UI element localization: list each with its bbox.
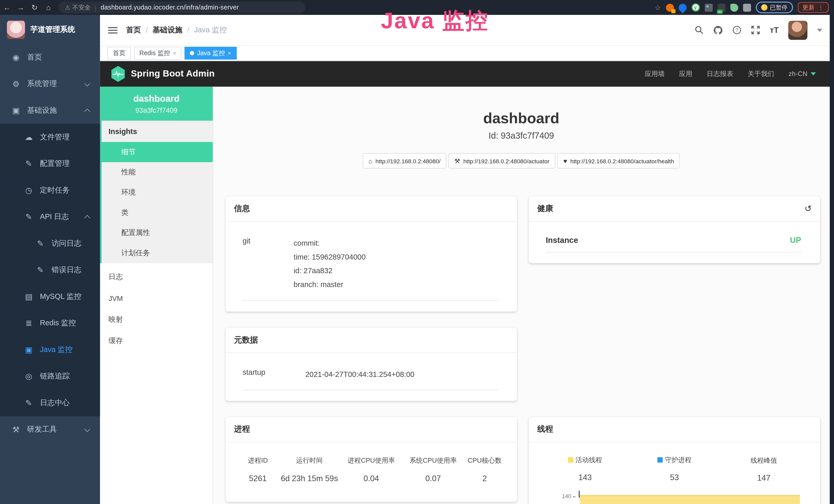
breadcrumb-separator: / [146,26,148,34]
sidebar-item-infrastructure[interactable]: ▣ 基础设施 [0,97,100,124]
sba-item-details[interactable]: 细节 [100,142,213,162]
breadcrumb-separator: / [187,26,189,34]
sba-item-metrics[interactable]: 性能 [102,162,213,183]
legend-label: 活动线程 [576,456,602,465]
sba-logo-icon[interactable] [111,66,126,82]
sidebar-item-mysql-monitor[interactable]: ▤ MySQL 监控 [0,283,100,310]
user-menu-caret-icon[interactable] [817,28,822,31]
sba-item-jvm[interactable]: JVM [100,288,213,309]
sidebar-item-dev-tools[interactable]: ⚒ 研发工具 [0,416,100,443]
app-logo [7,21,25,39]
browser-forward-icon[interactable]: → [14,3,28,12]
fullscreen-icon[interactable] [751,25,760,35]
col-header: 进程CPU使用率 [340,457,402,465]
sba-item-scheduled-tasks[interactable]: 计划任务 [102,243,213,263]
extension-y-icon[interactable]: y [691,3,700,12]
process-col-sys-cpu: 系统CPU使用率 0.07 [402,457,464,483]
metadata-value: 2021-04-27T00:44:31.254+08:00 [305,368,498,382]
sba-main-content: dashboard Id: 93a3fc7f7409 ⌂ http://192.… [213,87,830,504]
bookmark-star-icon[interactable]: ☆ [655,3,661,11]
search-icon[interactable] [695,25,704,35]
sba-nav-applications[interactable]: 应用 [679,69,693,78]
github-icon[interactable] [714,25,723,35]
info-card-title: 信息 [234,204,250,214]
chrome-update-button[interactable]: 更新 ⋮ [797,2,829,13]
chrome-menu-dots-icon[interactable]: ⋮ [818,4,824,11]
page-scrollbar[interactable] [830,15,834,504]
edit-icon: ✎ [35,265,46,275]
close-tab-icon[interactable]: × [228,50,231,56]
sidebar-item-api-logs[interactable]: ✎ API 日志 [0,204,100,230]
tab-java-monitor[interactable]: Java 监控 × [185,47,237,60]
tab-redis-monitor[interactable]: Redis 监控 × [134,47,182,60]
paused-label: 已暂停 [770,3,787,11]
col-header: 运行时间 [279,457,340,465]
legend-daemon-threads[interactable]: 守护进程 53 [630,456,719,483]
health-card-header: 健康 ↺ [529,196,820,222]
sba-locale-select[interactable]: zh-CN [789,70,816,77]
metadata-card: 元数据 startup 2021-04-27T00:44:31.254+08:0… [225,327,517,401]
sba-nav-wallboard[interactable]: 应用墙 [645,69,665,78]
health-card-title: 健康 [537,204,553,214]
extension-switch-icon[interactable]: on [717,3,725,11]
edit-icon: ✎ [23,159,34,168]
sidebar-item-config-mgmt[interactable]: ✎ 配置管理 [0,151,100,177]
sidebar-item-scheduled-jobs[interactable]: ◷ 定时任务 [0,177,100,204]
sidebar-item-tracing[interactable]: ◎ 链路追踪 [0,363,100,390]
sidebar-item-error-logs[interactable]: ✎ 错误日志 [0,257,100,283]
sba-item-config-props[interactable]: 配置属性 [102,223,213,243]
sba-nav-journal[interactable]: 日志报表 [707,69,733,78]
sba-item-classes[interactable]: 类 [102,203,213,223]
app-logo-row[interactable]: 芋道管理系统 [0,15,100,44]
extensions-puzzle-icon[interactable] [743,3,751,11]
locale-label: zh-CN [789,70,807,77]
threads-card-title: 线程 [537,425,553,434]
chevron-down-icon [84,426,90,432]
sba-brand-title[interactable]: Spring Boot Admin [131,69,215,79]
browser-back-icon[interactable]: ← [0,3,14,12]
close-tab-icon[interactable]: × [173,50,176,56]
history-icon[interactable]: ↺ [805,204,812,214]
browser-home-icon[interactable]: ⌂ [42,3,56,12]
sidebar-item-home[interactable]: ◉ 首页 [0,44,100,71]
sba-item-logs[interactable]: 日志 [100,266,213,288]
breadcrumb-infra[interactable]: 基础设施 [153,25,182,35]
instance-header[interactable]: dashboard 93a3fc7f7409 [100,87,213,121]
sidebar-item-java-monitor[interactable]: ▣ Java 监控 [0,337,100,363]
metadata-key: startup [242,368,305,382]
profile-paused-badge[interactable]: 已暂停 [756,2,793,13]
tab-home[interactable]: 首页 [107,47,131,60]
sba-item-caches[interactable]: 缓存 [100,330,213,351]
extension-grid-icon[interactable] [705,3,712,11]
browser-reload-icon[interactable]: ↻ [28,3,42,12]
breadcrumb-home[interactable]: 首页 [126,25,141,35]
hamburger-menu-icon[interactable] [108,25,117,35]
help-icon[interactable]: ? [732,25,742,35]
user-avatar[interactable] [788,21,808,40]
actuator-url-button[interactable]: ⚒ http://192.168.0.2:48080/actuator [448,153,555,168]
sba-nav-about[interactable]: 关于我们 [748,69,774,78]
metadata-card-title: 元数据 [234,335,258,345]
process-card-body: 进程ID 5261 运行时间 6d 23h 15m 59s 进程CPU使用率 0… [225,443,517,502]
sidebar-item-redis-monitor[interactable]: ≣ Redis 监控 [0,310,100,337]
sba-item-environment[interactable]: 环境 [102,182,213,203]
extension-orange-icon[interactable] [666,3,674,11]
health-url-button[interactable]: ♥ http://192.168.0.2:48080/actuator/heal… [557,153,680,168]
sidebar-item-access-logs[interactable]: ✎ 访问日志 [0,230,100,257]
legend-live-threads[interactable]: 活动线程 143 [541,456,630,483]
sidebar-item-log-center[interactable]: ✎ 日志中心 [0,390,100,416]
health-card-body: Instance UP [529,222,820,264]
sidebar-item-label: 基础设施 [27,106,57,115]
font-size-icon[interactable]: тT [770,25,778,35]
health-instance-row: Instance UP [546,231,801,253]
col-value: 5261 [237,474,279,483]
extension-leaf-icon[interactable] [730,3,738,11]
service-url-button[interactable]: ⌂ http://192.168.0.2:48080/ [363,153,446,168]
sidebar-item-file-mgmt[interactable]: ☁ 文件管理 [0,124,100,151]
sidebar-item-label: 链路追踪 [40,371,70,381]
extension-pin-icon[interactable] [677,2,688,13]
sidebar-item-system-mgmt[interactable]: ⚙ 系统管理 [0,71,100,97]
not-secure-label: 不安全 [72,3,90,11]
address-bar[interactable]: ⚠ 不安全 | dashboard.yudao.iocoder.cn/infra… [59,2,305,13]
sba-item-mappings[interactable]: 映射 [100,309,213,330]
